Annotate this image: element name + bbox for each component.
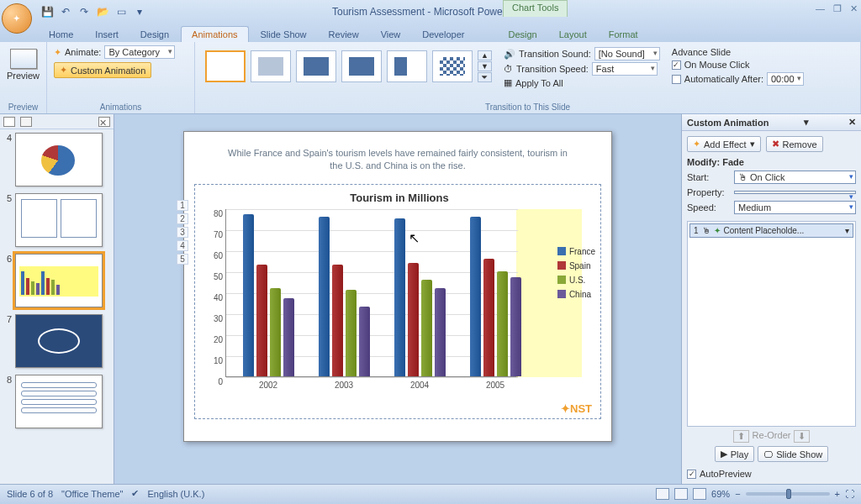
bar-France-2003	[319, 217, 330, 376]
office-button[interactable]: ✦	[2, 3, 32, 34]
transition-wipe[interactable]	[387, 50, 427, 82]
tab-view[interactable]: View	[371, 27, 411, 42]
slide-thumbnail-7[interactable]	[15, 314, 103, 368]
animate-combo[interactable]: By Category	[104, 45, 175, 59]
on-mouse-click-label: On Mouse Click	[684, 60, 750, 70]
xtick-label: 2003	[310, 381, 378, 390]
task-pane-dropdown-icon[interactable]: ▾	[804, 117, 809, 128]
tab-chart-layout[interactable]: Layout	[549, 27, 597, 42]
tab-design[interactable]: Design	[130, 27, 179, 42]
bar-Spain-2003	[332, 265, 343, 376]
slide-thumbnail-8[interactable]	[15, 375, 103, 428]
status-language[interactable]: English (U.K.)	[147, 489, 204, 499]
anim-tag[interactable]: 2	[177, 213, 188, 224]
anim-tag[interactable]: 1	[177, 200, 188, 211]
modify-label: Modify: Fade	[687, 157, 856, 167]
ribbon-tabs: Home Insert Design Animations Slide Show…	[0, 24, 861, 42]
tab-home[interactable]: Home	[39, 27, 83, 42]
transition-cut[interactable]	[296, 50, 336, 82]
fit-to-window-icon[interactable]: ⛶	[845, 489, 854, 499]
zoom-slider[interactable]	[746, 492, 830, 496]
preview-button[interactable]: Preview	[7, 45, 40, 84]
close-icon[interactable]: ✕	[850, 3, 858, 14]
auto-after-label: Automatically After:	[684, 74, 763, 84]
trans-speed-combo[interactable]: Fast	[592, 62, 658, 76]
item-dropdown-icon[interactable]: ▾	[845, 226, 849, 235]
quick-access-toolbar: 💾 ↶ ↷ 📂 ▭ ▾	[40, 5, 146, 18]
window-controls: — ❐ ✕	[816, 3, 858, 14]
zoom-out-icon[interactable]: −	[735, 489, 740, 499]
transition-dissolve[interactable]	[341, 50, 382, 82]
anim-tag[interactable]: 4	[177, 240, 188, 251]
slideshow-button[interactable]: 🖵 Slide Show	[758, 446, 828, 462]
on-mouse-click-checkbox[interactable]: ✓	[672, 60, 681, 70]
task-pane-close-icon[interactable]: ✕	[848, 117, 856, 128]
new-icon[interactable]: ▭	[114, 5, 128, 18]
redo-icon[interactable]: ↷	[77, 5, 91, 18]
animation-order-tags: 12345	[177, 200, 188, 265]
custom-animation-button[interactable]: ✦ Custom Animation	[54, 62, 151, 78]
tab-animations[interactable]: Animations	[181, 26, 248, 42]
anim-tag[interactable]: 5	[177, 254, 188, 265]
open-icon[interactable]: 📂	[96, 5, 109, 18]
trans-speed-label: Transition Speed:	[516, 64, 589, 74]
spellcheck-icon[interactable]: ✔	[131, 488, 139, 499]
tab-chart-design[interactable]: Design	[498, 27, 547, 42]
normal-view-button[interactable]	[656, 488, 669, 500]
auto-after-checkbox[interactable]	[672, 75, 681, 84]
sorter-view-button[interactable]	[674, 488, 688, 500]
chart-placeholder[interactable]: 12345 Tourism in Millions 01020304050607…	[194, 184, 601, 419]
gallery-more-icon[interactable]: ⏷	[478, 72, 492, 82]
tab-insert[interactable]: Insert	[85, 27, 129, 42]
bar-China-2004	[435, 288, 446, 376]
slide-thumbnail-4[interactable]	[15, 133, 103, 186]
speed-combo[interactable]: Medium	[734, 201, 856, 214]
animation-list[interactable]: 1🖱✦Content Placeholde...▾	[687, 221, 856, 427]
sound-icon: 🔊	[504, 49, 515, 60]
start-combo[interactable]: 🖱 On Click	[734, 171, 856, 184]
add-effect-button[interactable]: ✦Add Effect ▾	[687, 136, 761, 152]
gallery-down-icon[interactable]: ▼	[478, 61, 492, 71]
qat-more-icon[interactable]: ▾	[133, 5, 146, 18]
apply-all-label: Apply To All	[515, 78, 563, 88]
play-label: Play	[731, 449, 748, 459]
save-icon[interactable]: 💾	[40, 5, 54, 18]
group-transition-label: Transition to This Slide	[202, 101, 853, 112]
mouse-icon: 🖱	[738, 172, 747, 182]
slides-tab-icon[interactable]	[3, 117, 15, 127]
slide-thumbnail-6[interactable]	[15, 254, 103, 307]
minimize-icon[interactable]: —	[816, 3, 825, 14]
animation-item[interactable]: 1🖱✦Content Placeholde...▾	[689, 223, 853, 238]
transition-checker[interactable]	[432, 50, 473, 82]
trans-sound-combo[interactable]: [No Sound]	[594, 47, 660, 60]
autopreview-label: AutoPreview	[700, 469, 752, 479]
remove-effect-button[interactable]: ✖Remove	[766, 136, 823, 152]
tab-chart-format[interactable]: Format	[599, 27, 648, 42]
slide-canvas[interactable]: While France and Spain's tourism levels …	[183, 131, 612, 442]
slideshow-view-button[interactable]	[693, 488, 706, 500]
zoom-in-icon[interactable]: +	[835, 489, 840, 499]
outline-tab-icon[interactable]	[20, 117, 32, 127]
gallery-up-icon[interactable]: ▲	[478, 50, 492, 60]
tab-developer[interactable]: Developer	[412, 27, 474, 42]
reorder-up-icon[interactable]: ⬆	[733, 430, 749, 443]
restore-icon[interactable]: ❐	[833, 3, 842, 14]
animate-label: Animate:	[65, 47, 101, 57]
slide-caption[interactable]: While France and Spain's tourism levels …	[194, 147, 601, 172]
thumbs-close-icon[interactable]: ✕	[98, 117, 110, 127]
workspace: ✕ 45678 ↖ While France and Spain's touri…	[0, 114, 861, 484]
transition-fade[interactable]	[251, 50, 291, 82]
statusbar: Slide 6 of 8 "Office Theme" ✔ English (U…	[0, 484, 861, 502]
slide-thumbnail-5[interactable]	[15, 193, 103, 247]
zoom-percent[interactable]: 69%	[711, 489, 730, 499]
tab-slideshow[interactable]: Slide Show	[251, 27, 317, 42]
anim-tag[interactable]: 3	[177, 227, 188, 238]
transition-none[interactable]	[205, 50, 246, 82]
auto-after-value[interactable]: 00:00	[767, 72, 804, 86]
play-button[interactable]: ▶ Play	[715, 446, 754, 462]
tab-review[interactable]: Review	[319, 27, 369, 42]
reorder-down-icon[interactable]: ⬇	[794, 430, 810, 443]
autopreview-checkbox[interactable]: ✓	[687, 470, 696, 479]
undo-icon[interactable]: ↶	[59, 5, 72, 18]
apply-to-all-button[interactable]: ▦Apply To All	[504, 77, 660, 88]
